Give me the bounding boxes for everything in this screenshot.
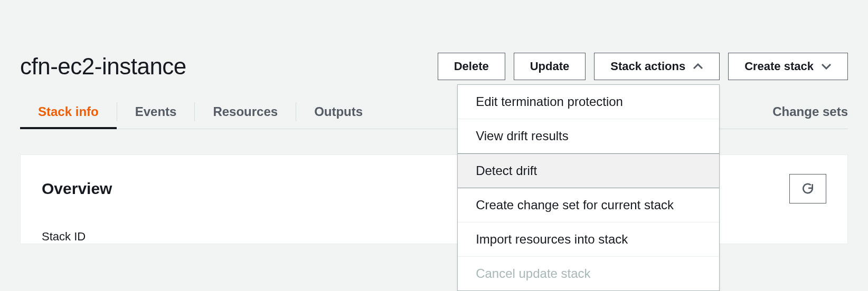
delete-button[interactable]: Delete <box>438 53 505 80</box>
tab-stack-info[interactable]: Stack info <box>20 95 117 129</box>
tab-change-sets[interactable]: Change sets <box>772 95 848 129</box>
delete-button-label: Delete <box>454 60 489 73</box>
create-stack-button[interactable]: Create stack <box>728 53 848 80</box>
dropdown-item-create-change-set[interactable]: Create change set for current stack <box>458 188 719 222</box>
update-button-label: Update <box>530 60 570 73</box>
update-button[interactable]: Update <box>514 53 586 80</box>
create-stack-label: Create stack <box>744 60 814 73</box>
action-button-group: Delete Update Stack actions Edit termina… <box>438 53 848 80</box>
tab-outputs[interactable]: Outputs <box>296 95 381 129</box>
tab-events[interactable]: Events <box>117 95 195 129</box>
dropdown-item-cancel-update-stack: Cancel update stack <box>458 257 719 290</box>
dropdown-item-edit-termination-protection[interactable]: Edit termination protection <box>458 85 719 119</box>
dropdown-item-view-drift-results[interactable]: View drift results <box>458 119 719 153</box>
stack-actions-dropdown: Edit termination protection View drift r… <box>457 84 720 291</box>
dropdown-item-detect-drift[interactable]: Detect drift <box>458 153 719 188</box>
stack-actions-button[interactable]: Stack actions <box>594 53 720 80</box>
refresh-button[interactable] <box>789 174 826 203</box>
tabs: Stack info Events Resources Outputs Chan… <box>20 95 848 129</box>
overview-panel: Overview Stack ID <box>20 154 848 244</box>
dropdown-item-import-resources[interactable]: Import resources into stack <box>458 222 719 257</box>
caret-down-icon <box>821 63 832 70</box>
caret-up-icon <box>693 63 703 70</box>
panel-title: Overview <box>42 180 112 198</box>
tab-resources[interactable]: Resources <box>195 95 296 129</box>
page-title: cfn-ec2-instance <box>20 53 186 80</box>
stack-actions-label: Stack actions <box>610 60 685 73</box>
refresh-icon <box>801 182 815 196</box>
